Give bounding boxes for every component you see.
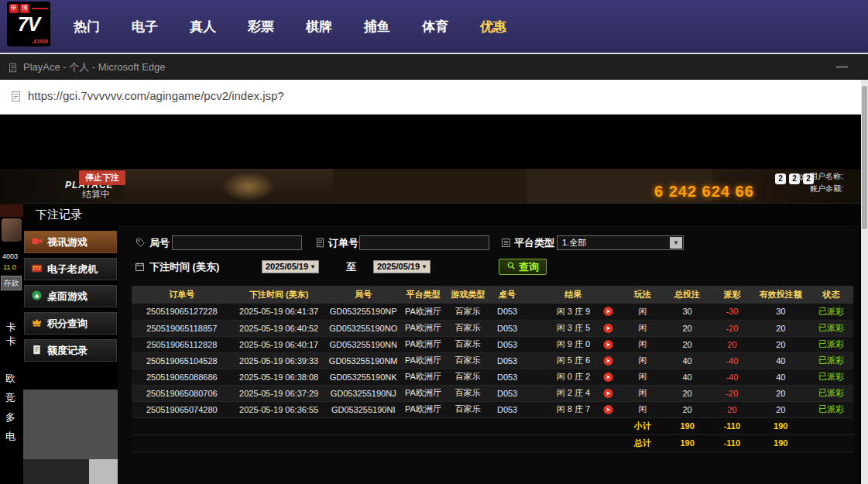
- cell-bet: 20: [663, 385, 712, 401]
- game-number-input[interactable]: [172, 235, 302, 250]
- lobby-tab-fragment[interactable]: 电: [5, 430, 15, 444]
- date-from-value: 2025/05/19: [266, 262, 308, 271]
- sidebar-item-video-games[interactable]: 视讯游戏: [24, 231, 117, 253]
- nav-item-hot[interactable]: 热门: [74, 18, 100, 36]
- crown-icon: [31, 317, 43, 331]
- table-row: 250519065088686 2025-05-19 06:38:08 GD05…: [132, 369, 853, 385]
- cell-valid: 20: [752, 336, 809, 352]
- table-header-row: 订单号 下注时间 (美东) 局号 平台类型 游戏类型 桌号 结果 玩法 总投注 …: [132, 286, 853, 304]
- result-text: 闲 5 庄 6: [557, 355, 590, 365]
- result-text: 闲 8 庄 7: [557, 404, 590, 414]
- sidebar-item-quota-records[interactable]: 额度记录: [24, 339, 117, 362]
- background-fragment: [89, 459, 118, 484]
- total-bet: 190: [663, 434, 712, 451]
- total-payout: -110: [712, 434, 752, 451]
- nav-item-promo[interactable]: 优惠: [480, 18, 506, 36]
- cell-table: D053: [490, 401, 524, 417]
- stop-betting-button[interactable]: 停止下注: [79, 170, 125, 185]
- sidebar-item-label: 桌面游戏: [47, 290, 87, 304]
- cell-play: 闲: [623, 401, 663, 417]
- replay-icon[interactable]: [603, 388, 613, 398]
- replay-icon[interactable]: [603, 339, 613, 349]
- platform-type-select[interactable]: 1.全部 ▼: [557, 235, 684, 250]
- replay-icon[interactable]: [603, 355, 613, 366]
- subtotal-row: 小计 190 -110 190: [132, 417, 853, 434]
- logo-text: 7V: [7, 13, 50, 36]
- col-header: 平台类型: [401, 286, 446, 304]
- order-number-input[interactable]: [359, 235, 489, 250]
- cell-status: 已派彩: [809, 304, 853, 320]
- date-to-picker[interactable]: 2025/05/19 ▼: [373, 260, 431, 273]
- result-text: 闲 2 庄 4: [557, 388, 590, 397]
- site-info-icon[interactable]: [10, 91, 22, 105]
- cell-table: D053: [490, 385, 524, 401]
- lobby-tab-fragment[interactable]: 卡: [6, 335, 16, 348]
- query-button-label: 查询: [519, 260, 539, 274]
- cell-platform: PA欧洲厅: [401, 401, 446, 417]
- date-from-picker[interactable]: 2025/05/19 ▼: [262, 260, 319, 273]
- chevron-down-icon[interactable]: ▼: [670, 237, 682, 249]
- cell-payout: 20: [712, 336, 752, 352]
- table-row: 250519065080706 2025-05-19 06:37:29 GD05…: [132, 385, 853, 401]
- col-header: 有效投注额: [752, 286, 809, 304]
- site-navbar: 申 博 7V .com 热门 电子 真人 彩票 棋牌 捕鱼 体育 优惠: [0, 0, 868, 53]
- nav-item-lottery[interactable]: 彩票: [248, 18, 274, 36]
- replay-icon[interactable]: [603, 323, 613, 333]
- cell-game-type: 百家乐: [445, 401, 490, 417]
- balance-amount: 6 242 624 66: [654, 183, 754, 201]
- sidebar-background: [23, 390, 118, 484]
- chevron-down-icon: ▼: [421, 261, 427, 273]
- rail-fragment: [0, 204, 23, 217]
- avatar[interactable]: [2, 218, 22, 242]
- lobby-tab-fragment[interactable]: 欧: [5, 372, 15, 386]
- browser-scrollbar[interactable]: [861, 80, 868, 484]
- lobby-tab-fragment[interactable]: 多: [5, 410, 15, 424]
- col-header: 派彩: [712, 286, 752, 304]
- sidebar-item-slot-machines[interactable]: 777 电子老虎机: [24, 258, 117, 280]
- cell-play: 闲: [623, 385, 663, 401]
- nav-item-cards[interactable]: 棋牌: [306, 18, 332, 36]
- query-button[interactable]: 查询: [499, 259, 547, 275]
- scrollbar-thumb[interactable]: [862, 86, 867, 229]
- subtotal-label: 小计: [623, 417, 663, 434]
- result-text: 闲 0 庄 2: [557, 372, 590, 381]
- cell-bet: 40: [663, 369, 712, 385]
- nav-item-sports[interactable]: 体育: [422, 18, 448, 36]
- cell-time: 2025-05-19 06:39:33: [232, 352, 326, 369]
- cell-table: D053: [490, 336, 524, 352]
- platform-type-value: 1.全部: [562, 238, 586, 247]
- nav-item-slots[interactable]: 电子: [132, 18, 158, 36]
- cell-game-type: 百家乐: [445, 385, 490, 401]
- lobby-tab-fragment[interactable]: 卡: [6, 321, 16, 335]
- lobby-tab-fragment[interactable]: 竞: [5, 391, 15, 405]
- cell-status: 已派彩: [809, 385, 853, 401]
- gear-icon[interactable]: [797, 171, 806, 185]
- cell-status: 已派彩: [809, 369, 853, 385]
- balance-text: 11.0: [3, 263, 16, 271]
- replay-icon[interactable]: [603, 404, 613, 414]
- background-fragment: [23, 459, 89, 484]
- site-logo[interactable]: 申 博 7V .com: [7, 2, 50, 46]
- sidebar-item-points-query[interactable]: 积分查询: [24, 312, 117, 335]
- url-input[interactable]: [28, 89, 802, 102]
- cell-order: 250519065074280: [132, 401, 232, 417]
- cell-status: 已派彩: [809, 336, 853, 352]
- cell-platform: PA欧洲厅: [401, 352, 446, 369]
- replay-icon[interactable]: [603, 372, 613, 382]
- minimize-button[interactable]: —: [836, 59, 848, 72]
- deposit-button[interactable]: 存款: [1, 276, 22, 290]
- cell-order: 250519065118857: [132, 320, 232, 336]
- cell-payout: 20: [712, 401, 752, 417]
- cell-status: 已派彩: [809, 352, 853, 369]
- replay-icon[interactable]: [603, 307, 613, 317]
- cell-game: GD053255190NJ: [326, 385, 401, 401]
- nav-item-fishing[interactable]: 捕鱼: [364, 18, 390, 36]
- cell-order: 250519065127228: [132, 304, 232, 320]
- sidebar-item-table-games[interactable]: ♣ 桌面游戏: [24, 285, 117, 307]
- address-bar[interactable]: [0, 80, 868, 115]
- nav-item-live[interactable]: 真人: [190, 18, 216, 36]
- modal-title: 下注记录: [23, 204, 859, 225]
- cell-time: 2025-05-19 06:41:37: [232, 304, 326, 320]
- video-camera-icon: [31, 235, 43, 249]
- cell-bet: 20: [663, 320, 712, 336]
